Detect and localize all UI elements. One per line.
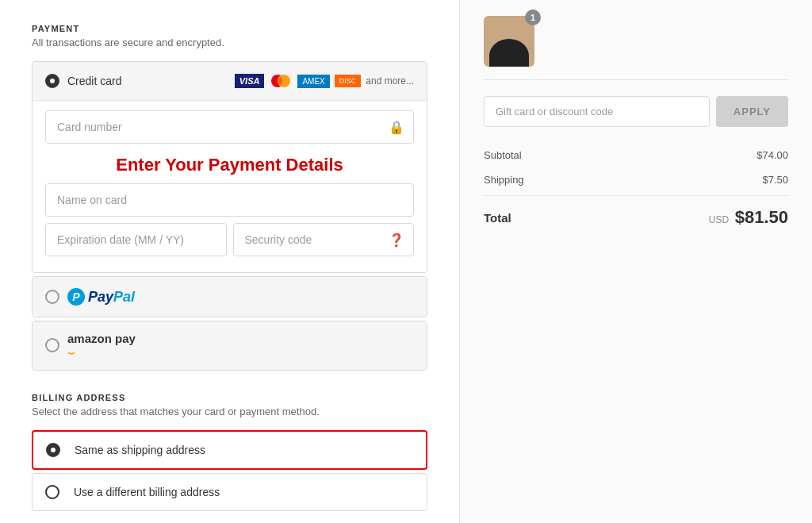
paypal-label-p1: Pay: [88, 289, 113, 306]
same-shipping-radio[interactable]: [46, 443, 60, 457]
payment-title: PAYMENT: [32, 24, 427, 33]
subtotal-row: Subtotal $74.00: [484, 143, 788, 167]
amazon-text: amazon pay: [67, 333, 136, 346]
different-billing-option[interactable]: Use a different billing address: [32, 473, 427, 511]
discover-logo: DISC: [335, 75, 362, 87]
amex-logo: AMEX: [297, 75, 329, 88]
order-summary-panel: 1 APPLY Subtotal $74.00 Shipping $7.50 T…: [460, 0, 812, 523]
credit-card-radio[interactable]: [45, 74, 59, 88]
product-image-container: 1: [484, 16, 534, 67]
shipping-value: $7.50: [762, 174, 788, 186]
amazon-arrow: ⌣: [67, 347, 136, 359]
shipping-label: Shipping: [484, 174, 524, 186]
discount-input[interactable]: [484, 96, 710, 127]
question-icon: ❓: [389, 233, 404, 248]
shipping-row: Shipping $7.50: [484, 167, 788, 192]
card-logos: VISA AMEX DISC and more...: [235, 73, 414, 89]
mastercard-logo: [269, 73, 293, 89]
amazon-pay-option[interactable]: amazon pay ⌣: [32, 321, 427, 371]
credit-card-header[interactable]: Credit card VISA AMEX DISC and more...: [33, 62, 427, 100]
shoe-image: [489, 39, 529, 67]
credit-card-option[interactable]: Credit card VISA AMEX DISC and more...: [32, 61, 427, 273]
card-number-field-wrapper: 🔒: [45, 110, 414, 144]
discount-row: APPLY: [484, 96, 788, 127]
lock-icon: 🔒: [389, 120, 404, 135]
amazon-pay-radio[interactable]: [45, 338, 59, 352]
payment-panel: PAYMENT All transactions are secure and …: [0, 0, 460, 523]
and-more: and more...: [366, 75, 414, 87]
paypal-header[interactable]: P PayPal: [33, 277, 427, 317]
product-image: [484, 16, 534, 67]
card-number-input[interactable]: [45, 110, 414, 144]
payment-subtitle: All transactions are secure and encrypte…: [32, 37, 427, 48]
payment-banner: Enter Your Payment Details: [45, 150, 414, 183]
expiry-security-row: ❓: [45, 223, 414, 256]
amazon-pay-header[interactable]: amazon pay ⌣: [33, 321, 427, 370]
different-billing-radio[interactable]: [45, 485, 59, 499]
amazon-pay-logo: amazon pay ⌣: [67, 333, 136, 359]
total-value-container: USD $81.50: [709, 207, 788, 228]
paypal-icon: P: [67, 288, 85, 306]
total-label: Total: [484, 211, 511, 225]
security-input[interactable]: [233, 223, 415, 256]
subtotal-label: Subtotal: [484, 149, 522, 161]
expiry-field-wrapper: [45, 223, 227, 256]
product-item: 1: [484, 16, 788, 80]
credit-card-fields: 🔒 Enter Your Payment Details ❓: [33, 100, 427, 272]
paypal-logo: P PayPal: [67, 288, 135, 306]
product-info: [546, 40, 788, 42]
visa-logo: VISA: [235, 74, 265, 88]
credit-card-label: Credit card: [67, 75, 121, 87]
security-field-wrapper: ❓: [233, 223, 415, 256]
expiry-input[interactable]: [45, 223, 227, 256]
total-currency: USD: [709, 214, 729, 225]
different-billing-label: Use a different billing address: [74, 486, 220, 498]
paypal-radio[interactable]: [45, 290, 59, 304]
billing-section: BILLING ADDRESS Select the address that …: [32, 393, 427, 511]
same-shipping-option[interactable]: Same as shipping address: [32, 430, 427, 470]
subtotal-value: $74.00: [756, 149, 788, 161]
total-row: Total USD $81.50: [484, 195, 788, 234]
billing-subtitle: Select the address that matches your car…: [32, 406, 427, 417]
name-on-card-input[interactable]: [45, 183, 414, 217]
total-value: $81.50: [735, 207, 788, 227]
paypal-label-p2: Pal: [113, 289, 135, 306]
paypal-option[interactable]: P PayPal: [32, 276, 427, 317]
product-quantity-badge: 1: [525, 10, 541, 25]
billing-title: BILLING ADDRESS: [32, 393, 427, 402]
same-shipping-label: Same as shipping address: [75, 444, 205, 456]
apply-button[interactable]: APPLY: [716, 96, 788, 127]
